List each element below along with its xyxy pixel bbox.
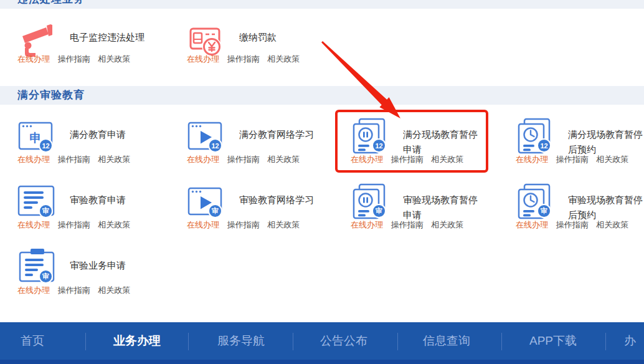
online-apply-link[interactable]: 在线办理 xyxy=(17,54,50,64)
nav-separator xyxy=(293,333,293,350)
nav-separator xyxy=(397,333,398,350)
bottom-nav: 首页 业务办理 服务导航 公告公布 信息查询 APP下载 办 xyxy=(0,322,644,364)
online-apply-link[interactable]: 在线办理 xyxy=(516,220,548,229)
service-links: 在线办理 操作指南 相关政策 xyxy=(516,219,644,231)
service-item-manfen-online-study: 12 满分教育网络学习 在线办理 操作指南 相关政策 xyxy=(187,115,350,173)
section-header-violations: 违法处理业务 xyxy=(0,0,644,9)
section-title: 违法处理业务 xyxy=(17,0,644,9)
service-item-dianzijiankong: 电子监控违法处理 在线办理 操作指南 相关政策 xyxy=(17,20,181,77)
operation-guide-link[interactable]: 操作指南 xyxy=(58,220,90,229)
service-title: 审验教育网络学习 xyxy=(239,193,319,208)
related-policy-link[interactable]: 相关政策 xyxy=(267,220,300,229)
section-header-manfenshenyan: 满分审验教育 xyxy=(0,86,644,105)
badge-shen: 审 xyxy=(208,204,222,218)
nav-item-clipped[interactable]: 办 xyxy=(624,322,636,360)
related-policy-link[interactable]: 相关政策 xyxy=(267,54,300,64)
related-policy-link[interactable]: 相关政策 xyxy=(431,220,463,229)
service-links: 在线办理 操作指南 相关政策 xyxy=(187,154,336,165)
nav-bottom-strip xyxy=(0,360,644,364)
service-title: 审验业务申请 xyxy=(70,258,149,273)
nav-separator xyxy=(501,333,502,350)
nav-item-home[interactable]: 首页 xyxy=(21,322,44,360)
nav-item-business[interactable]: 业务办理 xyxy=(113,322,161,360)
service-links: 在线办理 操作指南 相关政策 xyxy=(17,219,167,231)
badge-shen: 审 xyxy=(372,204,386,218)
related-policy-link[interactable]: 相关政策 xyxy=(596,220,628,229)
online-apply-link[interactable]: 在线办理 xyxy=(187,220,219,229)
service-item-shenyan-apply: 审 审验教育申请 在线办理 操作指南 相关政策 xyxy=(17,181,181,238)
service-links: 在线办理 操作指南 相关政策 xyxy=(17,154,167,165)
related-policy-link[interactable]: 相关政策 xyxy=(431,155,463,164)
service-item-manfen-pause-reserve: 12 满分现场教育暂停后预约 在线办理 操作指南 相关政策 xyxy=(516,115,644,173)
service-title: 审验现场教育暂停后预约 xyxy=(568,193,644,223)
online-apply-link[interactable]: 在线办理 xyxy=(516,155,548,164)
service-links: 在线办理 操作指南 相关政策 xyxy=(351,219,500,231)
document-pause-icon: 审 xyxy=(351,183,387,219)
related-policy-link[interactable]: 相关政策 xyxy=(98,155,130,164)
badge-12: 12 xyxy=(39,138,53,153)
service-links: 在线办理 操作指南 相关政策 xyxy=(516,154,644,165)
service-links: 在线办理 操作指南 相关政策 xyxy=(17,285,167,296)
online-apply-link[interactable]: 在线办理 xyxy=(187,155,219,164)
operation-guide-link[interactable]: 操作指南 xyxy=(391,220,424,229)
service-title: 满分教育申请 xyxy=(70,127,149,142)
service-item-shenyan-pause-reserve: 审 审验现场教育暂停后预约 在线办理 操作指南 相关政策 xyxy=(516,181,644,238)
document-clock-icon: 12 xyxy=(516,118,552,154)
online-apply-link[interactable]: 在线办理 xyxy=(351,155,383,164)
operation-guide-link[interactable]: 操作指南 xyxy=(391,155,424,164)
operation-guide-link[interactable]: 操作指南 xyxy=(58,155,90,164)
service-item-shenyan-pause-apply: 审 审验现场教育暂停申请 在线办理 操作指南 相关政策 xyxy=(351,181,514,238)
nav-item-announcements[interactable]: 公告公布 xyxy=(320,322,367,360)
operation-guide-link[interactable]: 操作指南 xyxy=(227,220,260,229)
document-pause-icon: 12 xyxy=(351,118,387,154)
section-title: 满分审验教育 xyxy=(17,86,644,105)
nav-separator xyxy=(188,333,189,350)
service-links: 在线办理 操作指南 相关政策 xyxy=(351,154,500,165)
document-lines-icon: 审 xyxy=(17,183,54,219)
window-play-icon: 12 xyxy=(187,118,223,154)
service-title: 满分教育网络学习 xyxy=(239,127,319,142)
badge-shen: 审 xyxy=(39,269,53,284)
services-page: 申 xyxy=(0,0,644,364)
online-apply-link[interactable]: 在线办理 xyxy=(17,220,50,229)
service-links: 在线办理 操作指南 相关政策 xyxy=(187,219,336,231)
badge-12: 12 xyxy=(372,138,386,153)
nav-item-info-query[interactable]: 信息查询 xyxy=(423,322,470,360)
online-apply-link[interactable]: 在线办理 xyxy=(187,54,219,64)
badge-shen: 审 xyxy=(537,204,551,218)
service-links: 在线办理 操作指南 相关政策 xyxy=(17,54,167,65)
nav-separator xyxy=(605,333,606,350)
service-title: 审验现场教育暂停申请 xyxy=(403,193,483,223)
nav-item-service-guide[interactable]: 服务导航 xyxy=(217,322,265,360)
related-policy-link[interactable]: 相关政策 xyxy=(596,155,628,164)
window-play-icon: 审 xyxy=(187,183,223,219)
operation-guide-link[interactable]: 操作指南 xyxy=(556,155,589,164)
service-title: 缴纳罚款 xyxy=(239,30,351,45)
service-title: 满分现场教育暂停后预约 xyxy=(568,127,644,157)
service-item-manfen-pause-apply: 12 满分现场教育暂停申请 在线办理 操作指南 相关政策 xyxy=(351,115,514,173)
operation-guide-link[interactable]: 操作指南 xyxy=(556,220,589,229)
service-item-shenyan-online-study: 审 审验教育网络学习 在线办理 操作指南 相关政策 xyxy=(187,181,350,238)
service-item-jiaonafakuan: 缴纳罚款 在线办理 操作指南 相关政策 xyxy=(187,20,350,77)
service-item-manfen-apply: 12 满分教育申请 在线办理 操作指南 相关政策 xyxy=(17,115,181,173)
service-title: 审验教育申请 xyxy=(70,193,149,208)
document-clock-icon: 审 xyxy=(516,183,552,219)
nav-item-app-download[interactable]: APP下载 xyxy=(529,322,577,360)
online-apply-link[interactable]: 在线办理 xyxy=(17,285,50,295)
related-policy-link[interactable]: 相关政策 xyxy=(98,54,130,64)
operation-guide-link[interactable]: 操作指南 xyxy=(227,54,260,64)
service-item-shenyan-business-apply: 审 审验业务申请 在线办理 操作指南 相关政策 xyxy=(17,246,181,304)
nav-separator xyxy=(85,333,86,350)
related-policy-link[interactable]: 相关政策 xyxy=(267,155,300,164)
operation-guide-link[interactable]: 操作指南 xyxy=(58,54,90,64)
badge-12: 12 xyxy=(208,138,222,153)
online-apply-link[interactable]: 在线办理 xyxy=(351,220,383,229)
operation-guide-link[interactable]: 操作指南 xyxy=(58,285,90,295)
service-links: 在线办理 操作指南 相关政策 xyxy=(187,54,336,65)
window-apply-icon: 12 xyxy=(17,118,54,154)
operation-guide-link[interactable]: 操作指南 xyxy=(227,155,260,164)
related-policy-link[interactable]: 相关政策 xyxy=(98,220,130,229)
badge-shen: 审 xyxy=(39,204,53,218)
related-policy-link[interactable]: 相关政策 xyxy=(98,285,130,295)
online-apply-link[interactable]: 在线办理 xyxy=(17,155,50,164)
